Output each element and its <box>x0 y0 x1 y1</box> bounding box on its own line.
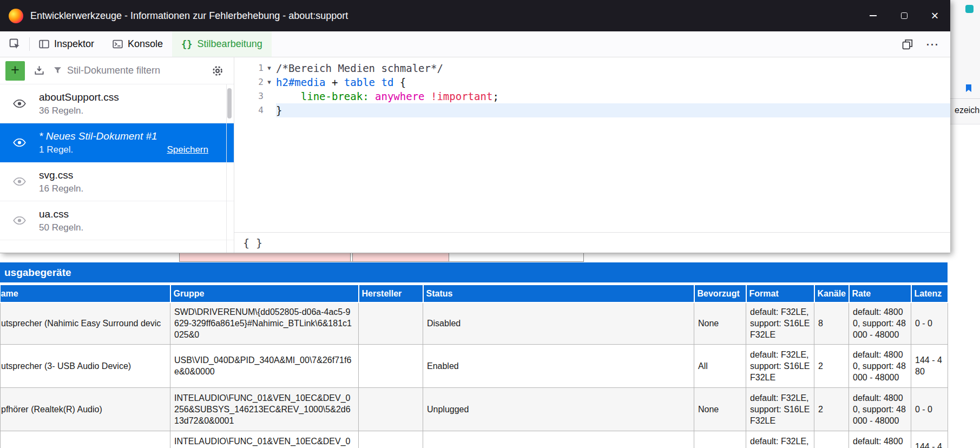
code-token: h2#media <box>276 76 326 88</box>
gear-icon <box>212 65 223 76</box>
stylesheet-list: aboutSupport.css 36 Regeln. * <box>0 84 234 253</box>
minimize-icon <box>870 15 877 16</box>
meatball-menu-button[interactable]: ⋯ <box>920 31 945 57</box>
at-rules-braces-icon[interactable]: { } <box>243 236 262 249</box>
table-cell: pfhörer (Realtek(R) Audio) <box>1 387 170 431</box>
pink-cell <box>180 253 351 261</box>
stylesheet-item-aboutsupport[interactable]: aboutSupport.css 36 Regeln. <box>0 84 234 123</box>
window-controls: × <box>858 0 950 31</box>
node-picker-button[interactable] <box>0 31 29 57</box>
stylesheet-rule-count: 16 Regeln. <box>39 183 83 194</box>
column-header-hersteller: Hersteller <box>359 285 423 302</box>
maximize-icon <box>901 12 907 19</box>
about-support-page: usgabegeräte ame Gruppe Hersteller Statu… <box>0 253 980 448</box>
table-header-row: ame Gruppe Hersteller Status Bevorzugt F… <box>1 285 948 302</box>
table-row: utsprecher (Nahimic Easy Surround devic … <box>1 302 948 344</box>
separate-window-button[interactable] <box>895 31 920 57</box>
minimize-button[interactable] <box>858 0 889 31</box>
bookmark-icon[interactable] <box>964 84 973 93</box>
table-cell: Disabled <box>423 302 694 344</box>
section-title: usgabegeräte <box>4 267 71 279</box>
code-text[interactable]: line-break: anywhere !important; <box>276 89 950 103</box>
stylesheet-item-svg[interactable]: svg.css 16 Regeln. <box>0 162 234 201</box>
table-cell <box>359 387 423 431</box>
table-cell: utsprecher (Nahimic Easy Surround devic <box>1 302 170 344</box>
line-number: 2 <box>258 75 264 89</box>
visibility-eye-icon[interactable] <box>7 216 32 225</box>
stylesheet-info: svg.css 16 Regeln. <box>32 169 234 194</box>
table-cell: 144 - 480 <box>911 344 948 387</box>
visibility-eye-icon[interactable] <box>7 100 32 108</box>
column-header-gruppe: Gruppe <box>170 285 359 302</box>
table-row: utsprecher (Realtek(R) Audio) INTELAUDIO… <box>1 431 948 448</box>
line-gutter: 4 <box>234 103 276 117</box>
column-header-rate: Rate <box>849 285 911 302</box>
tab-konsole[interactable]: Konsole <box>103 31 172 57</box>
code-line-active: 4 } <box>234 103 950 117</box>
table-cell: 8 <box>814 302 849 344</box>
table-cell: 2 <box>814 344 849 387</box>
meatball-menu-icon: ⋯ <box>926 38 939 51</box>
stylesheet-name: ua.css <box>39 208 234 220</box>
code-token: !important <box>425 90 493 102</box>
fold-arrow-icon[interactable]: ▾ <box>265 61 273 75</box>
table-cell: None <box>694 431 746 448</box>
sidebar-scrollbar-track <box>226 84 227 253</box>
table-cell: default: F32LE, support: S16LE F32LE <box>746 387 814 431</box>
fold-arrow-icon[interactable]: ▾ <box>265 75 273 89</box>
column-header-bevorzugt: Bevorzugt <box>694 285 746 302</box>
stylesheet-item-ua[interactable]: ua.css 50 Regeln. <box>0 201 234 240</box>
stylesheet-name: svg.css <box>39 169 234 181</box>
devtools-tabbar: Inspektor Konsole {} Stilbearbeitung ⋯ <box>0 31 950 57</box>
window-titlebar[interactable]: Entwicklerwerkzeuge - Informationen zur … <box>0 0 950 31</box>
separate-window-icon <box>902 39 913 50</box>
node-picker-icon <box>9 38 21 50</box>
tab-stilbearbeitung[interactable]: {} Stilbearbeitung <box>172 31 272 57</box>
devtools-window: Entwicklerwerkzeuge - Informationen zur … <box>0 0 950 253</box>
table-row: utsprecher (3- USB Audio Device) USB\VID… <box>1 344 948 387</box>
braces-icon: {} <box>181 39 192 50</box>
tab-favicon-icon <box>965 5 974 13</box>
import-stylesheet-button[interactable] <box>31 61 47 81</box>
code-text[interactable]: } <box>276 103 950 117</box>
visibility-eye-icon[interactable] <box>7 139 32 147</box>
close-button[interactable]: × <box>919 0 950 31</box>
table-cell <box>359 302 423 344</box>
table-cell: SWD\DRIVERENUM\{dd052805-d06a-4ac5-9629-… <box>170 302 359 344</box>
stylesheet-item-new-document[interactable]: * Neues Stil-Dokument #1 1 Regel. Speich… <box>0 123 234 162</box>
stylesheet-item-mathml[interactable]: mathml.css <box>0 240 234 253</box>
tab-label: Konsole <box>128 38 163 50</box>
save-stylesheet-link[interactable]: Speichern <box>167 144 208 155</box>
bookmarks-bar-sliver: ezeiche <box>950 100 980 124</box>
console-icon <box>113 39 123 49</box>
code-editor-surface[interactable]: 1 ▾ /*Bereich Medien schmaler*/ 2 ▾ h2#m… <box>234 57 950 232</box>
filter-input[interactable] <box>67 65 201 76</box>
table-cell: 2 <box>814 431 849 448</box>
table-cell <box>359 431 423 448</box>
column-header-latenz: Latenz <box>911 285 948 302</box>
tab-label: Stilbearbeitung <box>198 38 262 50</box>
options-button[interactable] <box>207 61 228 81</box>
line-gutter: 1 ▾ <box>234 61 276 75</box>
stylesheet-info: ua.css 50 Regeln. <box>32 208 234 233</box>
tab-inspektor[interactable]: Inspektor <box>30 31 103 57</box>
section-heading-audio-output: usgabegeräte <box>0 262 948 282</box>
table-cell: default: 48000, support: 48000 - 48000 <box>849 302 911 344</box>
column-header-kanaele: Kanäle <box>814 285 849 302</box>
table-cell: default: 48000, support: 48000 - 48000 <box>849 344 911 387</box>
stylesheet-rule-count: 1 Regel. <box>39 144 73 155</box>
table-cell: utsprecher (3- USB Audio Device) <box>1 344 170 387</box>
column-header-name: ame <box>1 285 170 302</box>
code-line: 3 line-break: anywhere !important; <box>234 89 950 103</box>
line-number: 3 <box>258 89 264 103</box>
bookmark-label[interactable]: ezeiche <box>955 106 980 115</box>
sidebar-scrollbar-thumb[interactable] <box>227 88 232 118</box>
visibility-eye-icon[interactable] <box>7 177 32 186</box>
code-text[interactable]: /*Bereich Medien schmaler*/ <box>276 61 950 75</box>
table-cell: None <box>694 387 746 431</box>
code-line: 2 ▾ h2#media + table td { <box>234 75 950 89</box>
maximize-button[interactable] <box>889 0 919 31</box>
pink-cell <box>353 253 449 261</box>
new-stylesheet-button[interactable]: + <box>5 61 25 81</box>
code-text[interactable]: h2#media + table td { <box>276 75 950 89</box>
